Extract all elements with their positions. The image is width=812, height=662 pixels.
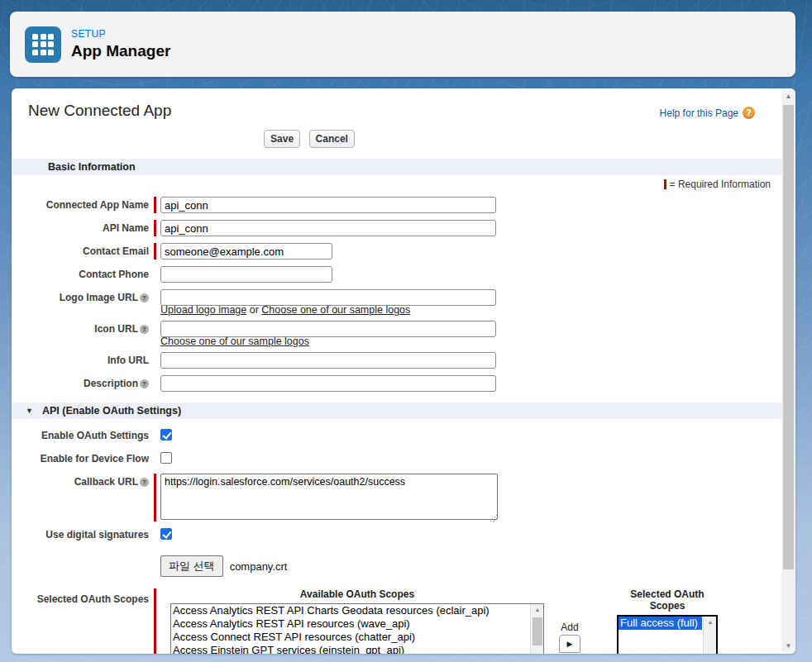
list-item[interactable]: Full access (full) (619, 617, 702, 630)
connected-app-name-input[interactable] (160, 197, 496, 213)
enable-oauth-label: Enable OAuth Settings (12, 427, 149, 441)
cancel-button[interactable]: Cancel (309, 130, 355, 148)
scroll-up-icon[interactable]: ▲ (781, 90, 795, 102)
list-item[interactable]: Access Einstein GPT services (einstein_g… (171, 644, 529, 654)
selected-scopes-title: Selected OAuth Scopes (617, 588, 718, 612)
field-row-logo-image-url: Logo Image URL? (12, 289, 781, 306)
icon-links: Choose one of our sample logos (160, 336, 781, 347)
field-row-info-url: Info URL (12, 352, 781, 369)
required-bar (154, 197, 156, 213)
api-name-label: API Name (12, 220, 149, 234)
device-flow-label: Enable for Device Flow (12, 450, 149, 464)
contact-email-input[interactable] (160, 243, 332, 260)
section-basic-title: Basic Information (48, 161, 136, 173)
page-app-title: App Manager (71, 42, 170, 60)
scroll-thumb[interactable] (533, 617, 542, 645)
api-name-input[interactable] (160, 220, 496, 236)
field-row-connected-app-name: Connected App Name (12, 197, 781, 213)
required-bar (154, 474, 156, 522)
section-api-title: API (Enable OAuth Settings) (42, 405, 181, 417)
collapse-triangle-icon[interactable]: ▼ (26, 407, 34, 415)
app-manager-grid-icon (25, 26, 61, 63)
digital-signatures-checkbox[interactable] (160, 528, 172, 540)
required-bar (154, 220, 156, 236)
scroll-up-icon[interactable]: ▲ (704, 617, 717, 628)
icon-url-input[interactable] (160, 321, 496, 337)
scroll-up-icon[interactable]: ▲ (531, 604, 544, 616)
upload-logo-image-link[interactable]: Upload logo image (160, 304, 246, 316)
list-item[interactable]: Access Analytics REST API resources (wav… (171, 617, 529, 631)
setup-header: SETUP App Manager (10, 12, 795, 77)
add-scope-button[interactable]: ▶ (559, 635, 580, 653)
available-scopes-scrollbar[interactable]: ▲ (530, 604, 543, 654)
description-label: Description? (12, 375, 149, 389)
required-bar (154, 588, 156, 654)
description-input[interactable] (160, 375, 496, 392)
info-url-input[interactable] (160, 352, 496, 369)
page-scrollbar[interactable]: ▲ ▼ (781, 90, 795, 652)
list-item[interactable]: Access Analytics REST API Charts Geodata… (171, 604, 529, 617)
contact-phone-label: Contact Phone (12, 266, 149, 280)
field-help-icon[interactable]: ? (140, 325, 149, 334)
available-scopes-title: Available OAuth Scopes (170, 588, 544, 600)
info-url-label: Info URL (12, 352, 149, 366)
field-help-icon[interactable]: ? (140, 379, 149, 388)
required-legend: = Required Information (12, 175, 781, 192)
certificate-file-row: 파일 선택 company.crt (160, 555, 781, 577)
field-row-enable-oauth: Enable OAuth Settings (12, 427, 781, 441)
field-row-contact-phone: Contact Phone (12, 266, 781, 283)
certificate-filename: company.crt (230, 560, 288, 573)
field-row-digital-signatures: Use digital signatures (12, 526, 781, 541)
logo-links: Upload logo image or Choose one of our s… (160, 304, 781, 316)
setup-eyebrow: SETUP (71, 28, 170, 40)
field-row-device-flow: Enable for Device Flow (12, 450, 781, 464)
logo-image-url-input[interactable] (160, 289, 496, 306)
selected-oauth-scopes-label: Selected OAuth Scopes (12, 588, 149, 605)
section-basic-information: Basic Information (12, 159, 781, 175)
required-marker-icon (664, 179, 666, 189)
contact-email-label: Contact Email (12, 243, 149, 257)
callback-url-label: Callback URL? (12, 474, 149, 488)
device-flow-checkbox[interactable] (160, 452, 172, 464)
field-row-contact-email: Contact Email (12, 243, 781, 260)
field-row-description: Description? (12, 375, 781, 392)
choose-sample-logos-link[interactable]: Choose one of our sample logos (261, 304, 410, 316)
list-item[interactable]: Access Connect REST API resources (chatt… (171, 631, 529, 644)
icon-url-label: Icon URL? (12, 321, 149, 335)
add-label: Add (549, 622, 590, 633)
field-row-callback-url: Callback URL? https://login.salesforce.c… (12, 474, 781, 523)
field-help-icon[interactable]: ? (140, 293, 149, 302)
required-bar (154, 243, 156, 260)
help-for-this-page-link[interactable]: Help for this Page (660, 107, 738, 119)
logo-image-url-label: Logo Image URL? (12, 289, 149, 303)
save-button[interactable]: Save (264, 130, 300, 148)
digital-signatures-label: Use digital signatures (12, 526, 149, 541)
available-scopes-listbox[interactable]: Access Analytics REST API Charts Geodata… (170, 603, 544, 654)
field-help-icon[interactable]: ? (140, 478, 149, 487)
help-question-icon[interactable]: ? (743, 107, 755, 119)
callback-url-textarea[interactable]: https://login.salesforce.com/services/oa… (160, 474, 498, 520)
selected-scopes-listbox[interactable]: Full access (full) ▲ (617, 615, 718, 654)
add-column: Add ▶ (549, 622, 590, 653)
field-row-icon-url: Icon URL? (12, 321, 781, 337)
section-api-oauth: ▼ API (Enable OAuth Settings) (12, 402, 781, 419)
main-content-card: New Connected App Help for this Page ? S… (12, 88, 795, 654)
connected-app-name-label: Connected App Name (12, 197, 149, 211)
choose-sample-icons-link[interactable]: Choose one of our sample logos (160, 336, 309, 347)
grid-icon (32, 34, 54, 55)
field-row-api-name: API Name (12, 220, 781, 236)
selected-scopes-scrollbar[interactable]: ▲ (703, 617, 716, 654)
toolbar: Save Cancel (12, 130, 607, 148)
contact-phone-input[interactable] (160, 266, 332, 283)
scroll-down-icon[interactable]: ▼ (781, 640, 795, 652)
scroll-thumb[interactable] (783, 105, 794, 569)
oauth-scopes-row: Selected OAuth Scopes Available OAuth Sc… (12, 588, 781, 654)
enable-oauth-checkbox[interactable] (160, 429, 172, 441)
choose-file-button[interactable]: 파일 선택 (160, 555, 223, 577)
